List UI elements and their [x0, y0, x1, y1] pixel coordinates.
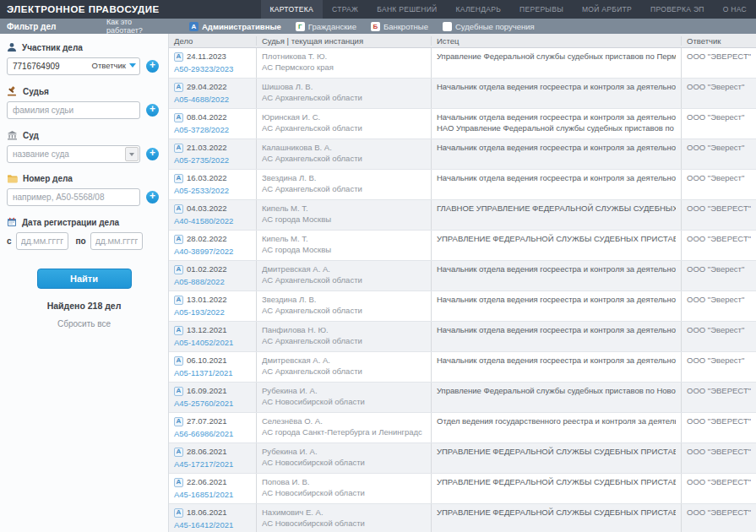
- case-date: 13.12.2021: [187, 325, 227, 336]
- defendant-text: ООО "ЭВЕРЕСТ": [687, 204, 751, 214]
- table-row[interactable]: А 29.04.2022 А05-4688/2022 Шишова Л. В. …: [169, 79, 756, 109]
- case-type-icon: А: [174, 204, 183, 214]
- table-row[interactable]: А 28.02.2022 А40-38997/2022 Кипель М. Т.…: [169, 231, 756, 261]
- case-date: 13.01.2022: [187, 295, 227, 306]
- case-category-tab[interactable]: Судебные поручения: [443, 22, 535, 31]
- judge-name: Рубекина И. А.: [262, 447, 426, 458]
- case-number-link[interactable]: А45-16412/2021: [174, 520, 251, 531]
- case-number-link[interactable]: А50-29323/2023: [174, 64, 251, 75]
- top-nav-item[interactable]: ПРОВЕРКА ЭП: [641, 0, 714, 19]
- court-name: АС Архангельской области: [262, 93, 426, 104]
- case-number-link[interactable]: А05-2533/2022: [174, 186, 251, 197]
- case-number-link[interactable]: А05-888/2022: [174, 277, 251, 288]
- court-name: АС Архангельской области: [262, 123, 426, 134]
- filter-panel-title: Фильтр дел: [0, 22, 106, 31]
- courthouse-icon: [7, 130, 18, 140]
- top-nav-item[interactable]: О НАС: [714, 0, 756, 19]
- top-nav-item[interactable]: КАРТОТЕКА: [261, 0, 324, 19]
- court-name: АС Архангельской области: [262, 306, 426, 317]
- case-date: 16.03.2022: [187, 173, 227, 184]
- app-title: ЭЛЕКТРОННОЕ ПРАВОСУДИЕ: [0, 0, 160, 19]
- judge-input[interactable]: [7, 101, 140, 119]
- top-nav-item[interactable]: ПЕРЕРЫВЫ: [510, 0, 573, 19]
- plaintiff-text: Начальник отдела ведения госреестра и ко…: [437, 112, 676, 133]
- table-row[interactable]: А 21.03.2022 А05-2735/2022 Калашникова В…: [169, 139, 756, 170]
- case-number-link[interactable]: А45-25760/2021: [174, 399, 251, 410]
- participant-role-dropdown[interactable]: Ответчик: [92, 61, 136, 70]
- table-row[interactable]: А 08.04.2022 А05-3728/2022 Юринская И. С…: [169, 109, 756, 139]
- case-category-label: Судебные поручения: [455, 22, 535, 31]
- case-category-tab[interactable]: Б Банкротные: [371, 22, 428, 31]
- plaintiff-text: УПРАВЛЕНИЕ ФЕДЕРАЛЬНОЙ СЛУЖБЫ СУДЕБНЫХ П…: [437, 234, 676, 245]
- judge-name: Попова И. В.: [262, 477, 426, 488]
- date-from-input[interactable]: [16, 232, 68, 250]
- judge-name: Кипель М. Т.: [262, 204, 426, 214]
- case-number-input[interactable]: [7, 188, 140, 206]
- add-participant-filter-button[interactable]: [146, 60, 159, 73]
- plaintiff-text: УПРАВЛЕНИЕ ФЕДЕРАЛЬНОЙ СЛУЖБЫ СУДЕБНЫХ П…: [437, 508, 676, 518]
- court-name: АС Архангельской области: [262, 275, 426, 286]
- table-row[interactable]: А 24.11.2023 А50-29323/2023 Плотникова Т…: [169, 48, 756, 79]
- case-number-link[interactable]: А05-14052/2021: [174, 338, 251, 349]
- results-table: Дело Судья | текущая инстанция Истец Отв…: [169, 34, 756, 532]
- top-nav-item-label: БАНК РЕШЕНИЙ: [377, 5, 437, 14]
- table-row[interactable]: А 28.06.2021 А45-17217/2021 Рубекина И. …: [169, 443, 756, 474]
- calendar-icon: [7, 217, 17, 227]
- case-number-link[interactable]: А40-38997/2022: [174, 247, 251, 258]
- case-number-link[interactable]: А05-3728/2022: [174, 125, 251, 136]
- table-row[interactable]: А 01.02.2022 А05-888/2022 Дмитревская А.…: [169, 261, 756, 291]
- participant-filter-label: Участник дела: [7, 42, 168, 52]
- filter-sidebar: Участник дела Ответчик: [0, 34, 169, 532]
- court-name: АС Архангельской области: [262, 184, 426, 195]
- case-number-link[interactable]: А45-16851/2021: [174, 490, 251, 501]
- add-court-filter-button[interactable]: [146, 148, 159, 160]
- case-type-icon: А: [174, 174, 183, 183]
- court-name: АС Архангельской области: [262, 336, 426, 347]
- court-name: АС города Москвы: [262, 214, 426, 225]
- case-number-link[interactable]: А56-66986/2021: [174, 429, 251, 440]
- case-category-tab[interactable]: Г Гражданские: [296, 22, 356, 31]
- court-input[interactable]: [7, 145, 140, 163]
- reset-all-link[interactable]: Сбросить все: [0, 319, 168, 328]
- table-row[interactable]: А 16.09.2021 А45-25760/2021 Рубекина И. …: [169, 383, 756, 413]
- defendant-text: ООО "Эверест": [687, 82, 751, 93]
- top-bar: ЭЛЕКТРОННОЕ ПРАВОСУДИЕ КАРТОТЕКА СТРАЖ Б…: [0, 0, 756, 19]
- table-row[interactable]: А 27.07.2021 А56-66986/2021 Селезнёва О.…: [169, 413, 756, 443]
- how-it-works-link[interactable]: Как это работает?: [106, 18, 167, 35]
- case-category-label: Банкротные: [383, 22, 428, 31]
- defendant-text: ООО "ЭВЕРЕСТ": [687, 477, 751, 488]
- top-nav-item[interactable]: СТРАЖ: [323, 0, 367, 19]
- table-row[interactable]: А 06.10.2021 А05-11371/2021 Дмитревская …: [169, 352, 756, 383]
- search-button[interactable]: Найти: [37, 269, 132, 289]
- defendant-text: ООО "Эверест": [687, 112, 751, 123]
- top-nav-item[interactable]: МОЙ АРБИТР: [573, 0, 641, 19]
- table-row[interactable]: А 18.06.2021 А45-16412/2021 Нахимович Е.…: [169, 504, 756, 532]
- court-dropdown-button[interactable]: [125, 147, 139, 161]
- plaintiff-text: Управление Федеральной службы судебных п…: [437, 386, 676, 397]
- case-number-link[interactable]: А05-4688/2022: [174, 95, 251, 106]
- case-number-link[interactable]: А05-11371/2021: [174, 368, 251, 379]
- top-nav-item[interactable]: БАНК РЕШЕНИЙ: [367, 0, 446, 19]
- date-to-input[interactable]: [90, 232, 143, 250]
- add-judge-filter-button[interactable]: [146, 104, 159, 117]
- table-row[interactable]: А 13.01.2022 А05-193/2022 Звездина Л. В.…: [169, 291, 756, 322]
- defendant-text: ООО "Эверест": [687, 356, 751, 366]
- top-nav: КАРТОТЕКА СТРАЖ БАНК РЕШЕНИЙ КАЛЕНДАРЬ П…: [261, 0, 756, 19]
- table-row[interactable]: А 13.12.2021 А05-14052/2021 Панфилова Н.…: [169, 322, 756, 352]
- header-case: Дело: [169, 36, 256, 46]
- table-row[interactable]: А 16.03.2022 А05-2533/2022 Звездина Л. В…: [169, 170, 756, 200]
- case-date: 22.06.2021: [187, 477, 227, 488]
- table-row[interactable]: А 04.03.2022 А40-41580/2022 Кипель М. Т.…: [169, 200, 756, 231]
- case-number-link[interactable]: А40-41580/2022: [174, 216, 251, 227]
- case-type-icon: А: [174, 296, 183, 305]
- case-number-link[interactable]: А45-17217/2021: [174, 459, 251, 470]
- case-number-link[interactable]: А05-193/2022: [174, 307, 251, 318]
- top-nav-item-label: МОЙ АРБИТР: [582, 5, 632, 14]
- case-number-link[interactable]: А05-2735/2022: [174, 155, 251, 166]
- add-case-number-filter-button[interactable]: [146, 191, 159, 204]
- plaintiff-text: Начальник отдела ведения госреестра и ко…: [437, 173, 676, 184]
- filter-bar: Фильтр дел Как это работает? А Администр…: [0, 19, 756, 34]
- table-row[interactable]: А 22.06.2021 А45-16851/2021 Попова И. В.…: [169, 474, 756, 504]
- case-category-tab[interactable]: А Административные: [189, 22, 281, 31]
- top-nav-item[interactable]: КАЛЕНДАРЬ: [447, 0, 511, 19]
